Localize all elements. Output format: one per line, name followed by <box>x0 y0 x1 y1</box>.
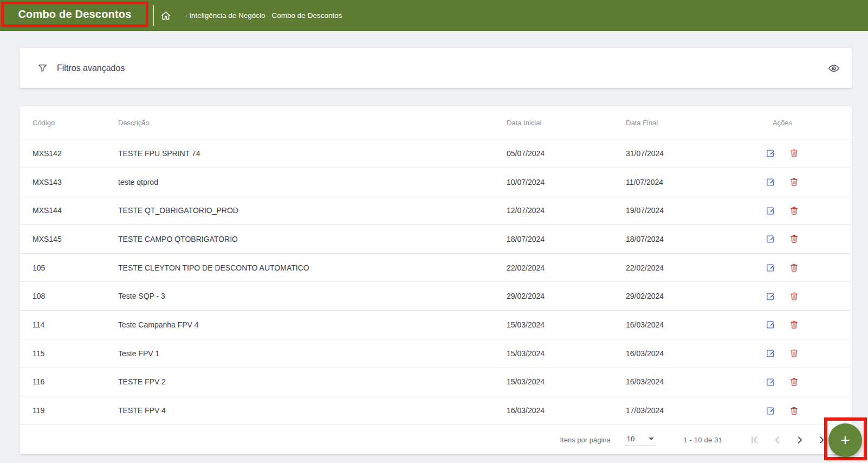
edit-icon[interactable] <box>766 348 776 358</box>
cell-data-final: 18/07/2024 <box>626 225 664 253</box>
cell-data-inicial: 15/03/2024 <box>507 368 545 396</box>
breadcrumb: - Inteligência de Negócio - Combo de Des… <box>185 0 342 31</box>
cell-descricao: TESTE FPV 2 <box>118 368 166 396</box>
cell-codigo: 108 <box>33 282 45 310</box>
cell-codigo: 105 <box>33 254 45 282</box>
cell-data-inicial: 10/07/2024 <box>507 168 545 196</box>
cell-data-inicial: 15/03/2024 <box>507 311 545 339</box>
table-row: MXS145 TESTE CAMPO QTOBRIGATORIO 18/07/2… <box>20 225 852 254</box>
eye-icon[interactable] <box>828 62 840 74</box>
column-header-data-final: Data Final <box>626 106 658 139</box>
edit-icon[interactable] <box>766 148 776 158</box>
cell-codigo: MXS144 <box>33 196 62 224</box>
edit-icon[interactable] <box>766 205 776 216</box>
header-divider <box>153 5 154 26</box>
cell-descricao: TESTE CLEYTON TIPO DE DESCONTO AUTOMATIC… <box>118 254 309 282</box>
trash-icon[interactable] <box>789 406 799 416</box>
table-row: 108 Teste SQP - 3 29/02/2024 29/02/2024 <box>20 282 852 311</box>
app-header: Combo de Descontos - Inteligência de Neg… <box>0 0 868 31</box>
discounts-table: Código Descrição Data Inicial Data Final… <box>20 106 852 454</box>
edit-icon[interactable] <box>766 234 776 244</box>
trash-icon[interactable] <box>789 205 799 216</box>
cell-data-inicial: 15/03/2024 <box>507 339 545 368</box>
cell-codigo: 115 <box>33 339 44 368</box>
table-row: 105 TESTE CLEYTON TIPO DE DESCONTO AUTOM… <box>20 254 852 282</box>
cell-data-final: 16/03/2024 <box>626 311 664 339</box>
column-header-descricao: Descrição <box>118 106 150 139</box>
trash-icon[interactable] <box>789 234 799 244</box>
cell-data-final: 22/02/2024 <box>626 254 664 282</box>
column-header-data-inicial: Data Inicial <box>507 106 541 139</box>
page: Combo de Descontos - Inteligência de Neg… <box>0 0 868 463</box>
pagination: Itens por página 10 1 - 10 de 31 <box>20 426 852 454</box>
edit-icon[interactable] <box>766 377 776 387</box>
cell-data-final: 17/03/2024 <box>626 396 664 425</box>
items-per-page-select[interactable]: 10 <box>625 434 656 446</box>
edit-icon[interactable] <box>766 291 776 301</box>
edit-icon[interactable] <box>766 406 776 416</box>
cell-data-final: 29/02/2024 <box>626 282 664 310</box>
cell-descricao: Teste FPV 1 <box>118 339 159 368</box>
edit-icon[interactable] <box>766 262 776 273</box>
table-row: 119 TESTE FPV 4 16/03/2024 17/03/2024 <box>20 396 852 425</box>
cell-data-inicial: 05/07/2024 <box>507 139 545 168</box>
table-row: 114 Teste Campanha FPV 4 15/03/2024 16/0… <box>20 311 852 339</box>
trash-icon[interactable] <box>789 377 799 387</box>
advanced-filters-label: Filtros avançados <box>57 63 125 73</box>
first-page-icon[interactable] <box>748 434 761 446</box>
chevron-left-icon[interactable] <box>771 434 783 446</box>
cell-codigo: MXS143 <box>33 168 62 196</box>
cell-data-inicial: 29/02/2024 <box>507 282 545 310</box>
column-header-codigo: Código <box>33 106 55 139</box>
table-row: MXS142 TESTE FPU SPRINT 74 05/07/2024 31… <box>20 139 852 168</box>
table-row: 116 TESTE FPV 2 15/03/2024 16/03/2024 <box>20 368 852 397</box>
cell-descricao: TESTE CAMPO QTOBRIGATORIO <box>118 225 238 253</box>
trash-icon[interactable] <box>789 348 799 358</box>
cell-data-final: 16/03/2024 <box>626 339 664 368</box>
table-row: MXS144 TESTE QT_OBRIGATORIO_PROD 12/07/2… <box>20 196 852 225</box>
column-header-acoes: Ações <box>757 106 807 139</box>
items-per-page-value: 10 <box>627 435 634 443</box>
cell-descricao: teste qtprod <box>118 168 158 196</box>
cell-descricao: TESTE FPV 4 <box>118 396 166 425</box>
cell-data-final: 31/07/2024 <box>626 139 664 168</box>
cell-codigo: MXS142 <box>33 139 62 168</box>
cell-descricao: TESTE QT_OBRIGATORIO_PROD <box>118 196 238 224</box>
trash-icon[interactable] <box>789 177 799 187</box>
trash-icon[interactable] <box>789 148 799 158</box>
annotation-highlight-title: Combo de Descontos <box>1 2 148 27</box>
plus-icon: + <box>840 432 850 448</box>
edit-icon[interactable] <box>766 319 776 330</box>
table-header-row: Código Descrição Data Inicial Data Final… <box>20 106 852 139</box>
cell-data-inicial: 18/07/2024 <box>507 225 545 253</box>
add-button[interactable]: + <box>828 423 862 457</box>
pagination-range: 1 - 10 de 31 <box>683 436 722 444</box>
cell-descricao: TESTE FPU SPRINT 74 <box>118 139 200 168</box>
trash-icon[interactable] <box>789 319 799 330</box>
home-icon[interactable] <box>160 10 172 22</box>
pagination-controls <box>748 434 829 446</box>
cell-codigo: MXS145 <box>33 225 62 253</box>
trash-icon[interactable] <box>789 262 799 273</box>
advanced-filters-bar[interactable]: Filtros avançados <box>20 48 852 88</box>
cell-descricao: Teste SQP - 3 <box>118 282 165 310</box>
table-row: 115 Teste FPV 1 15/03/2024 16/03/2024 <box>20 339 852 368</box>
trash-icon[interactable] <box>789 291 799 301</box>
table-row: MXS143 teste qtprod 10/07/2024 11/07/202… <box>20 168 852 197</box>
cell-codigo: 114 <box>33 311 44 339</box>
cell-data-inicial: 22/02/2024 <box>507 254 545 282</box>
edit-icon[interactable] <box>766 177 776 187</box>
items-per-page-label: Itens por página <box>560 436 611 444</box>
cell-codigo: 119 <box>33 396 44 425</box>
cell-codigo: 116 <box>33 368 44 396</box>
cell-data-final: 16/03/2024 <box>626 368 664 396</box>
cell-data-final: 19/07/2024 <box>626 196 664 224</box>
cell-descricao: Teste Campanha FPV 4 <box>118 311 199 339</box>
cell-data-inicial: 12/07/2024 <box>507 196 545 224</box>
chevron-down-icon <box>649 438 654 440</box>
cell-data-inicial: 16/03/2024 <box>507 396 545 425</box>
funnel-icon <box>37 63 48 73</box>
page-title: Combo de Descontos <box>18 8 131 21</box>
cell-data-final: 11/07/2024 <box>626 168 663 196</box>
chevron-right-icon[interactable] <box>794 434 806 446</box>
